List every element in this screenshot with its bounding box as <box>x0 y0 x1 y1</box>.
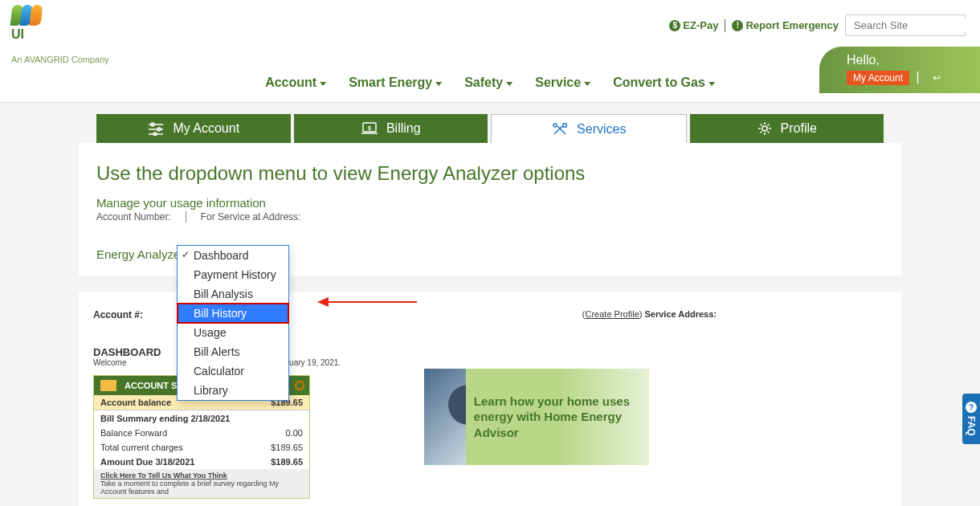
greeting-text: Hello, <box>847 53 966 67</box>
tab-label: Profile <box>781 121 817 136</box>
svg-rect-10 <box>563 124 566 127</box>
laptop-dollar-icon: $ <box>361 121 378 136</box>
arrow-line <box>329 301 417 303</box>
ezpay-label: EZ-Pay <box>683 19 718 31</box>
profile-create-row: (Create Profile) Service Address: <box>582 309 717 319</box>
alert-icon: ! <box>732 20 743 31</box>
brand-tagline: An AVANGRID Company <box>11 55 109 64</box>
summary-ending-row: Bill Summary ending 2/18/2021 <box>94 410 309 426</box>
page-subtitle: Manage your usage information <box>96 196 884 210</box>
dropdown-item-usage[interactable]: Usage <box>178 323 288 342</box>
summary-current-row: Total current charges $189.65 <box>94 440 309 455</box>
summary-due-row: Amount Due 3/18/2021 $189.65 <box>94 455 309 469</box>
primary-nav: Account Smart Energy Safety Service Conv… <box>265 75 715 90</box>
dropdown-item-bill-alerts[interactable]: Bill Alerts <box>178 342 288 361</box>
chevron-down-icon <box>435 82 442 86</box>
gear-icon <box>757 120 773 137</box>
chevron-down-icon <box>506 82 512 86</box>
separator: | <box>916 70 919 84</box>
svg-point-9 <box>553 124 557 127</box>
svg-text:$: $ <box>368 124 372 132</box>
tab-services[interactable]: Services <box>491 114 687 143</box>
nav-convert-to-gas[interactable]: Convert to Gas <box>613 75 715 90</box>
summary-forward-row: Balance Forward 0.00 <box>94 426 309 440</box>
tab-label: My Account <box>173 121 239 136</box>
create-profile-link[interactable]: Create Profile <box>586 309 639 319</box>
tab-label: Billing <box>386 121 421 136</box>
annotation-arrow <box>317 297 417 307</box>
nav-service[interactable]: Service <box>535 75 590 90</box>
brand-code: UI <box>11 27 109 42</box>
report-emergency-link[interactable]: ! Report Emergency <box>732 19 839 31</box>
tab-label: Services <box>577 122 626 137</box>
dropdown-label: Energy Analyzer <box>96 245 184 261</box>
nav-smart-energy[interactable]: Smart Energy <box>349 75 442 90</box>
faq-side-tab[interactable]: ? FAQ <box>962 394 980 444</box>
ezpay-link[interactable]: $ EZ-Pay <box>669 19 718 31</box>
dropdown-item-bill-analysis[interactable]: Bill Analysis <box>178 284 288 304</box>
flame-icon <box>11 5 109 26</box>
welcome-text: Welcome <box>93 358 127 367</box>
separator <box>725 19 725 32</box>
account-meta: Account Number: For Service at Address: <box>96 211 884 222</box>
my-account-button[interactable]: My Account <box>847 71 909 85</box>
warning-icon <box>295 381 304 390</box>
tools-icon <box>551 121 569 137</box>
sliders-icon <box>147 121 165 136</box>
brand-logo[interactable]: UI An AVANGRID Company <box>11 5 109 64</box>
tab-billing[interactable]: $ Billing <box>294 114 488 143</box>
main-panel: Use the dropdown menu to view Energy Ana… <box>79 143 901 275</box>
summary-footer[interactable]: Click Here To Tell Us What You Think Tak… <box>94 469 309 498</box>
service-address-label: For Service at Address: <box>201 211 301 222</box>
sign-out-icon[interactable]: ↩ <box>933 72 941 84</box>
svg-point-11 <box>762 126 767 131</box>
site-search[interactable] <box>845 14 966 36</box>
energy-analyzer-dropdown[interactable]: DashboardPayment HistoryBill AnalysisBil… <box>177 245 289 401</box>
separator <box>186 211 186 222</box>
dropdown-item-library[interactable]: Library <box>178 381 288 400</box>
tab-profile[interactable]: Profile <box>690 114 884 143</box>
chevron-down-icon <box>708 82 715 86</box>
account-tabs: My Account $ Billing Services Profile <box>96 114 884 143</box>
search-input[interactable] <box>852 18 980 32</box>
nav-safety[interactable]: Safety <box>464 75 512 90</box>
promo-text: Learn how your home uses energy with Hom… <box>466 394 649 441</box>
arrow-head-icon <box>317 297 329 307</box>
chevron-down-icon <box>320 82 326 86</box>
energy-analyzer-select-wrap: Energy Analyzer DashboardPayment History… <box>96 245 884 261</box>
promo-image <box>424 369 466 465</box>
user-greeting-panel: Hello, My Account | ↩ <box>819 47 980 93</box>
account-number-label: Account Number: <box>96 211 171 222</box>
dropdown-item-payment-history[interactable]: Payment History <box>178 265 288 284</box>
service-address-label: Service Address: <box>645 309 717 319</box>
site-header: UI An AVANGRID Company $ EZ-Pay ! Report… <box>0 0 980 103</box>
report-label: Report Emergency <box>745 19 839 31</box>
utility-links: $ EZ-Pay ! Report Emergency <box>669 14 966 36</box>
question-icon: ? <box>966 402 977 413</box>
page-title: Use the dropdown menu to view Energy Ana… <box>96 162 884 185</box>
chevron-down-icon <box>584 82 590 86</box>
dollar-icon: $ <box>669 20 680 31</box>
home-energy-advisor-promo[interactable]: Learn how your home uses energy with Hom… <box>424 369 649 465</box>
faq-label: FAQ <box>966 416 977 436</box>
tab-my-account[interactable]: My Account <box>96 114 291 143</box>
dropdown-item-dashboard[interactable]: Dashboard <box>178 246 288 265</box>
dropdown-item-bill-history[interactable]: Bill History <box>178 304 288 323</box>
nav-account[interactable]: Account <box>265 75 326 90</box>
dropdown-item-calculator[interactable]: Calculator <box>178 361 288 381</box>
